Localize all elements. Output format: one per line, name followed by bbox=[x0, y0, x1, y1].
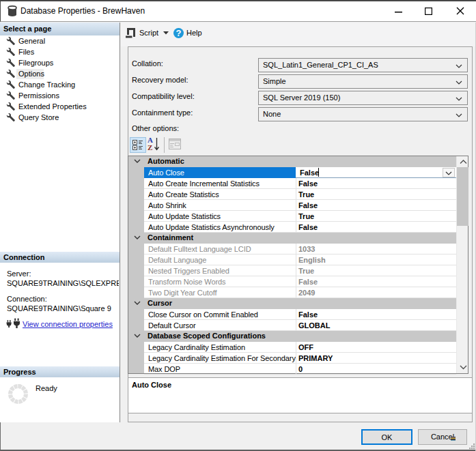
svg-text:?: ? bbox=[176, 28, 182, 38]
